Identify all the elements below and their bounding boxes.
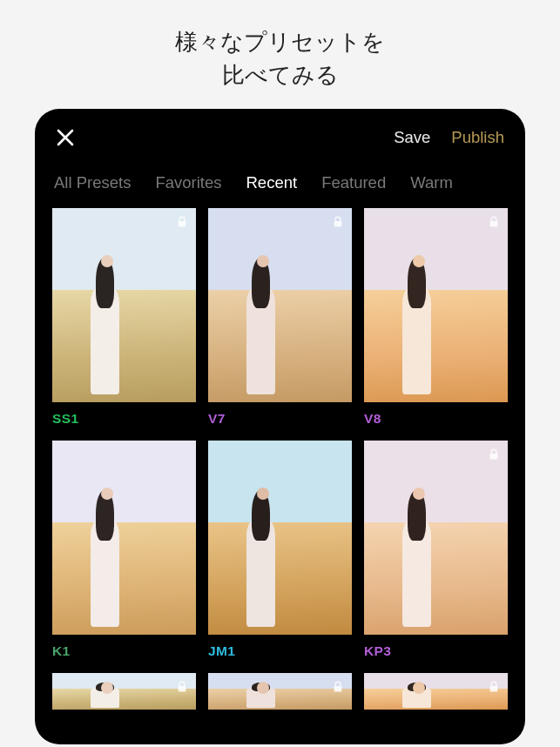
thumb-scene bbox=[208, 441, 352, 635]
save-button[interactable]: Save bbox=[394, 128, 430, 147]
thumb-head bbox=[257, 488, 269, 500]
svg-rect-0 bbox=[179, 221, 186, 226]
preset-tile[interactable]: SS1 bbox=[52, 208, 196, 427]
preset-thumbnail bbox=[208, 208, 352, 402]
preset-tile[interactable]: SS1 bbox=[52, 673, 196, 709]
preset-tile[interactable]: K1 bbox=[52, 441, 196, 659]
promo-title: 様々なプリセットを 比べてみる bbox=[0, 0, 560, 109]
tab-warm[interactable]: Warm bbox=[410, 173, 453, 192]
thumb-figure bbox=[390, 488, 442, 628]
lock-icon bbox=[487, 680, 501, 694]
thumb-figure bbox=[234, 255, 286, 395]
preset-thumbnail bbox=[52, 208, 196, 402]
thumb-figure bbox=[390, 682, 442, 708]
preset-tile[interactable]: V8 bbox=[364, 673, 508, 709]
thumb-figure bbox=[78, 682, 130, 708]
preset-label: JM1 bbox=[208, 643, 352, 659]
promo-line-2: 比べてみる bbox=[222, 62, 339, 88]
preset-label: SS1 bbox=[52, 411, 196, 427]
preset-thumbnail bbox=[52, 673, 196, 709]
thumb-scene bbox=[52, 441, 196, 635]
svg-rect-1 bbox=[334, 221, 342, 226]
thumb-figure bbox=[234, 682, 286, 708]
preset-label: K1 bbox=[52, 643, 196, 659]
lock-icon bbox=[487, 448, 501, 461]
thumb-scene bbox=[52, 208, 196, 402]
preset-label: V7 bbox=[208, 411, 352, 427]
svg-rect-6 bbox=[490, 686, 498, 691]
thumb-scene bbox=[364, 208, 508, 402]
svg-rect-3 bbox=[490, 454, 498, 459]
preset-thumbnail bbox=[208, 441, 352, 635]
thumb-head bbox=[101, 488, 113, 500]
promo-line-1: 様々なプリセットを bbox=[175, 29, 385, 55]
preset-thumbnail bbox=[364, 208, 508, 402]
thumb-scene bbox=[208, 208, 352, 402]
tab-all-presets[interactable]: All Presets bbox=[54, 173, 131, 192]
preset-label: V8 bbox=[364, 411, 508, 427]
topbar: Save Publish bbox=[35, 109, 525, 163]
preset-grid: SS1V7V8K1JM1KP3SS1V7V8 bbox=[35, 208, 525, 726]
thumb-figure bbox=[78, 255, 130, 395]
preset-tile[interactable]: V7 bbox=[208, 208, 352, 427]
thumb-figure bbox=[234, 488, 286, 628]
preset-tile[interactable]: V8 bbox=[364, 208, 508, 427]
svg-rect-5 bbox=[334, 686, 342, 691]
preset-thumbnail bbox=[364, 441, 508, 635]
app-frame: Save Publish All Presets Favorites Recen… bbox=[35, 109, 525, 744]
svg-rect-4 bbox=[179, 686, 186, 691]
lock-icon bbox=[487, 215, 501, 229]
svg-rect-2 bbox=[490, 221, 498, 226]
tab-favorites[interactable]: Favorites bbox=[155, 173, 221, 192]
preset-label: KP3 bbox=[364, 643, 508, 659]
close-icon[interactable] bbox=[56, 128, 75, 147]
lock-icon bbox=[175, 680, 189, 694]
preset-thumbnail bbox=[208, 673, 352, 709]
lock-icon bbox=[331, 680, 345, 694]
preset-tile[interactable]: V7 bbox=[208, 673, 352, 709]
lock-icon bbox=[331, 215, 345, 229]
preset-tile[interactable]: KP3 bbox=[364, 441, 508, 659]
preset-tile[interactable]: JM1 bbox=[208, 441, 352, 659]
thumb-figure bbox=[390, 255, 442, 395]
publish-button[interactable]: Publish bbox=[451, 128, 504, 147]
thumb-figure bbox=[78, 488, 130, 628]
lock-icon bbox=[175, 215, 189, 229]
tab-featured[interactable]: Featured bbox=[321, 173, 386, 192]
tab-recent[interactable]: Recent bbox=[246, 173, 298, 192]
category-tabs: All Presets Favorites Recent Featured Wa… bbox=[35, 163, 525, 208]
preset-thumbnail bbox=[52, 441, 196, 635]
thumb-scene bbox=[364, 441, 508, 635]
thumb-head bbox=[413, 488, 425, 500]
preset-thumbnail bbox=[364, 673, 508, 709]
